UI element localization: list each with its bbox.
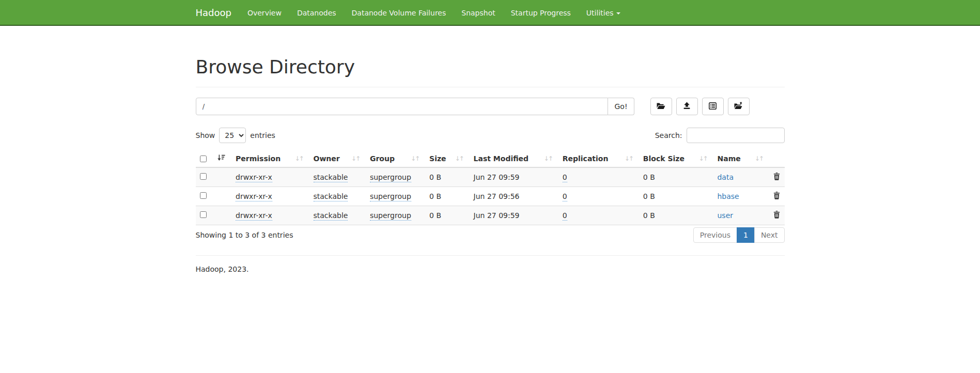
delete-entry-button[interactable]	[773, 173, 780, 182]
navbar-brand[interactable]: Hadoop	[196, 0, 231, 26]
nav-link-datanodes[interactable]: Datanodes	[289, 0, 344, 26]
replication-value[interactable]: 0	[563, 173, 567, 182]
owner-cell: stackable	[309, 206, 366, 225]
nav-item-datanodes: Datanodes	[289, 0, 344, 26]
nav-link-label: Datanode Volume Failures	[352, 9, 446, 17]
page-length-control: Show 25 entries	[196, 128, 275, 143]
trash-icon	[773, 211, 780, 220]
sort-both-icon: ↓↑	[294, 155, 303, 162]
table-controls: Show 25 entries Search:	[196, 128, 785, 143]
row-checkbox[interactable]	[200, 173, 207, 180]
row-checkbox[interactable]	[200, 192, 207, 199]
replication-value[interactable]: 0	[563, 211, 567, 221]
table-header-row: Permission↓↑Owner↓↑Group↓↑Size↓↑Last Mod…	[196, 150, 785, 167]
header-name[interactable]: Name↓↑	[713, 150, 769, 167]
header-owner[interactable]: Owner↓↑	[309, 150, 366, 167]
footer-divider	[196, 255, 785, 256]
pagination-previous-button[interactable]: Previous	[693, 227, 737, 243]
go-button[interactable]: Go!	[608, 98, 634, 115]
nav-link-overview[interactable]: Overview	[240, 0, 289, 26]
name-cell: hbase	[713, 187, 769, 206]
header-size[interactable]: Size↓↑	[425, 150, 470, 167]
directory-link-data[interactable]: data	[717, 173, 734, 181]
navbar-menu: OverviewDatanodesDatanode Volume Failure…	[240, 0, 628, 26]
owner-value[interactable]: stackable	[314, 192, 348, 201]
group-value[interactable]: supergroup	[370, 211, 411, 221]
sort-both-icon: ↓↑	[698, 155, 707, 162]
directory-path-input[interactable]	[196, 98, 609, 115]
nav-link-utilities[interactable]: Utilities	[579, 0, 628, 26]
sort-both-icon: ↓↑	[625, 155, 633, 162]
nav-link-label: Snapshot	[461, 9, 495, 17]
nav-item-snapshot: Snapshot	[454, 0, 503, 26]
permission-cell: drwxr-xr-x	[231, 187, 309, 206]
permission-value[interactable]: drwxr-xr-x	[236, 192, 272, 201]
pagination-page-1-button[interactable]: 1	[737, 227, 755, 243]
table-footer: Showing 1 to 3 of 3 entries Previous 1 N…	[196, 227, 785, 243]
owner-value[interactable]: stackable	[314, 211, 348, 221]
page-title: Browse Directory	[196, 56, 785, 79]
header-permission[interactable]: Permission↓↑	[231, 150, 309, 167]
path-input-group: Go!	[196, 98, 634, 115]
directory-link-user[interactable]: user	[717, 211, 733, 220]
last-modified-cell: Jun 27 09:59	[470, 167, 558, 187]
permission-value[interactable]: drwxr-xr-x	[236, 173, 272, 182]
pagination-page-item: 1	[737, 227, 755, 243]
select-cell	[196, 167, 232, 187]
row-checkbox[interactable]	[200, 211, 207, 218]
search-input[interactable]	[687, 128, 785, 143]
path-action-buttons	[650, 98, 750, 115]
group-value[interactable]: supergroup	[370, 173, 411, 182]
header-label: Group	[370, 154, 395, 163]
select-cell	[196, 187, 232, 206]
permission-value[interactable]: drwxr-xr-x	[236, 211, 272, 221]
table-info: Showing 1 to 3 of 3 entries	[196, 231, 293, 239]
name-cell: data	[713, 167, 769, 187]
pagination-next-item: Next	[755, 227, 785, 243]
delete-entry-button[interactable]	[773, 192, 780, 201]
sort-both-icon: ↓↑	[544, 155, 552, 162]
last-modified-value: Jun 27 09:59	[474, 211, 520, 220]
group-value[interactable]: supergroup	[370, 192, 411, 201]
header-block-size[interactable]: Block Size↓↑	[639, 150, 713, 167]
list-alt-icon	[709, 102, 717, 111]
sort-both-icon: ↓↑	[351, 155, 360, 162]
trash-icon	[773, 173, 780, 182]
select-all-checkbox[interactable]	[200, 156, 207, 162]
replication-cell: 0	[558, 167, 639, 187]
owner-value[interactable]: stackable	[314, 173, 348, 182]
block-size-cell: 0 B	[639, 167, 713, 187]
pagination-next-button[interactable]: Next	[754, 227, 785, 243]
replication-value[interactable]: 0	[563, 192, 567, 201]
nav-link-label: Overview	[247, 9, 282, 17]
file-list-button[interactable]	[702, 98, 724, 115]
search-control: Search:	[655, 128, 785, 143]
upload-file-button[interactable]	[676, 98, 698, 115]
header-select-column[interactable]	[196, 150, 232, 167]
pagination-previous-item: Previous	[693, 227, 737, 243]
permission-cell: drwxr-xr-x	[231, 167, 309, 187]
last-modified-value: Jun 27 09:56	[474, 192, 520, 200]
delete-entry-button[interactable]	[773, 211, 780, 220]
nav-link-snapshot[interactable]: Snapshot	[454, 0, 503, 26]
move-file-button[interactable]	[728, 98, 750, 115]
header-last-modified[interactable]: Last Modified↓↑	[470, 150, 558, 167]
table-row-user: drwxr-xr-xstackablesupergroup0 BJun 27 0…	[196, 206, 785, 225]
folder-up-arrow-icon	[734, 102, 743, 111]
nav-link-datanode-volume-failures[interactable]: Datanode Volume Failures	[344, 0, 454, 26]
nav-link-startup-progress[interactable]: Startup Progress	[503, 0, 579, 26]
size-value: 0 B	[429, 211, 441, 220]
last-modified-value: Jun 27 09:59	[474, 173, 520, 181]
page-length-select[interactable]: 25	[219, 128, 246, 143]
header-label: Owner	[314, 154, 340, 163]
name-cell: user	[713, 206, 769, 225]
nav-link-label: Datanodes	[297, 9, 336, 17]
header-replication[interactable]: Replication↓↑	[558, 150, 639, 167]
actions-cell	[769, 167, 785, 187]
header-group[interactable]: Group↓↑	[366, 150, 425, 167]
directory-link-hbase[interactable]: hbase	[717, 192, 739, 200]
header-label: Name	[717, 154, 740, 163]
create-directory-button[interactable]	[650, 98, 672, 115]
sort-ascending-icon	[217, 154, 225, 163]
footer-text: Hadoop, 2023.	[196, 265, 785, 273]
